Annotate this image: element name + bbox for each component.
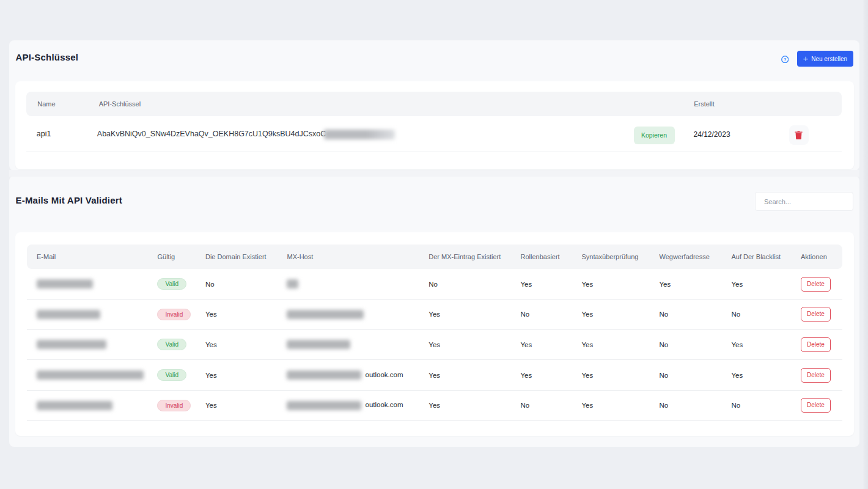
svg-text:?: ?	[783, 57, 786, 62]
